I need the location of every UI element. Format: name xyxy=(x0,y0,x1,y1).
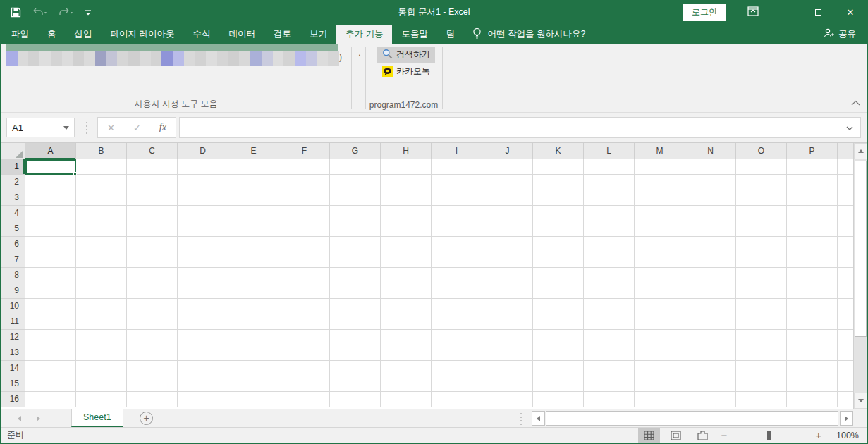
cell-N16[interactable] xyxy=(685,392,736,407)
cell-K7[interactable] xyxy=(533,252,584,268)
cell-partial-8[interactable] xyxy=(838,268,853,283)
cell-L10[interactable] xyxy=(584,299,635,314)
cell-K12[interactable] xyxy=(533,330,584,345)
cell-I11[interactable] xyxy=(432,314,482,330)
cell-P1[interactable] xyxy=(787,159,838,175)
cell-C13[interactable] xyxy=(127,345,178,361)
cell-H12[interactable] xyxy=(381,330,432,345)
tab-home[interactable]: 홈 xyxy=(38,25,66,44)
cell-L9[interactable] xyxy=(584,283,635,299)
column-header-A[interactable]: A xyxy=(25,143,76,159)
cell-H16[interactable] xyxy=(381,392,432,407)
cell-O11[interactable] xyxy=(736,314,787,330)
cell-M1[interactable] xyxy=(635,159,685,175)
cell-P7[interactable] xyxy=(787,252,838,268)
cell-C15[interactable] xyxy=(127,376,178,392)
cell-A10[interactable] xyxy=(25,299,76,314)
cell-A7[interactable] xyxy=(25,252,76,268)
cell-partial-11[interactable] xyxy=(838,314,853,330)
cell-C16[interactable] xyxy=(127,392,178,407)
blurred-custom-toolbar[interactable] xyxy=(6,51,339,66)
cell-J2[interactable] xyxy=(482,175,533,190)
cell-M15[interactable] xyxy=(635,376,685,392)
cell-B3[interactable] xyxy=(76,190,127,206)
cell-N5[interactable] xyxy=(685,221,736,237)
collapse-ribbon-icon[interactable] xyxy=(850,98,861,108)
cell-L1[interactable] xyxy=(584,159,635,175)
tab-team[interactable]: 팀 xyxy=(437,25,465,44)
cell-I1[interactable] xyxy=(432,159,482,175)
cell-O13[interactable] xyxy=(736,345,787,361)
cell-partial-12[interactable] xyxy=(838,330,853,345)
insert-function-icon[interactable]: fx xyxy=(159,122,166,133)
cell-partial-15[interactable] xyxy=(838,376,853,392)
cell-B4[interactable] xyxy=(76,206,127,221)
cell-D9[interactable] xyxy=(178,283,228,299)
cell-J9[interactable] xyxy=(482,283,533,299)
cell-D13[interactable] xyxy=(178,345,228,361)
cell-C12[interactable] xyxy=(127,330,178,345)
cell-C3[interactable] xyxy=(127,190,178,206)
cell-A3[interactable] xyxy=(25,190,76,206)
cell-C7[interactable] xyxy=(127,252,178,268)
cell-N3[interactable] xyxy=(685,190,736,206)
cell-P4[interactable] xyxy=(787,206,838,221)
cell-N10[interactable] xyxy=(685,299,736,314)
cell-D10[interactable] xyxy=(178,299,228,314)
cell-K5[interactable] xyxy=(533,221,584,237)
cell-J5[interactable] xyxy=(482,221,533,237)
row-header-15[interactable]: 15 xyxy=(1,376,25,392)
cell-H4[interactable] xyxy=(381,206,432,221)
cell-C10[interactable] xyxy=(127,299,178,314)
cell-B12[interactable] xyxy=(76,330,127,345)
cell-C6[interactable] xyxy=(127,237,178,252)
cell-M13[interactable] xyxy=(635,345,685,361)
cell-A8[interactable] xyxy=(25,268,76,283)
cell-partial-9[interactable] xyxy=(838,283,853,299)
cell-F12[interactable] xyxy=(279,330,330,345)
maximize-button[interactable] xyxy=(812,7,824,18)
cell-E13[interactable] xyxy=(228,345,279,361)
row-header-10[interactable]: 10 xyxy=(1,299,25,314)
cell-C14[interactable] xyxy=(127,361,178,376)
cell-B14[interactable] xyxy=(76,361,127,376)
zoom-in-button[interactable]: + xyxy=(813,429,824,441)
cell-N8[interactable] xyxy=(685,268,736,283)
column-header-B[interactable]: B xyxy=(76,143,127,159)
normal-view-button[interactable] xyxy=(638,428,660,443)
cell-I2[interactable] xyxy=(432,175,482,190)
cell-C8[interactable] xyxy=(127,268,178,283)
cell-H5[interactable] xyxy=(381,221,432,237)
cell-D8[interactable] xyxy=(178,268,228,283)
tab-file[interactable]: 파일 xyxy=(2,25,38,44)
login-button[interactable]: 로그인 xyxy=(683,4,726,21)
cell-P8[interactable] xyxy=(787,268,838,283)
cell-L5[interactable] xyxy=(584,221,635,237)
h-scroll-left-button[interactable] xyxy=(532,411,545,426)
cell-I10[interactable] xyxy=(432,299,482,314)
cell-N7[interactable] xyxy=(685,252,736,268)
cancel-icon[interactable]: ✕ xyxy=(107,123,115,133)
cell-H9[interactable] xyxy=(381,283,432,299)
cell-G5[interactable] xyxy=(330,221,381,237)
tab-insert[interactable]: 삽입 xyxy=(66,25,102,44)
cell-O4[interactable] xyxy=(736,206,787,221)
cell-B5[interactable] xyxy=(76,221,127,237)
enter-icon[interactable]: ✓ xyxy=(133,123,141,133)
cell-A4[interactable] xyxy=(25,206,76,221)
cell-F10[interactable] xyxy=(279,299,330,314)
cell-N11[interactable] xyxy=(685,314,736,330)
cell-E5[interactable] xyxy=(228,221,279,237)
cell-J15[interactable] xyxy=(482,376,533,392)
cell-H7[interactable] xyxy=(381,252,432,268)
row-header-1[interactable]: 1 xyxy=(1,159,25,175)
cell-H8[interactable] xyxy=(381,268,432,283)
cell-D15[interactable] xyxy=(178,376,228,392)
page-break-view-button[interactable] xyxy=(692,428,714,443)
row-header-9[interactable]: 9 xyxy=(1,283,25,299)
cell-P5[interactable] xyxy=(787,221,838,237)
cell-M3[interactable] xyxy=(635,190,685,206)
cell-E8[interactable] xyxy=(228,268,279,283)
cell-A13[interactable] xyxy=(25,345,76,361)
cell-A9[interactable] xyxy=(25,283,76,299)
